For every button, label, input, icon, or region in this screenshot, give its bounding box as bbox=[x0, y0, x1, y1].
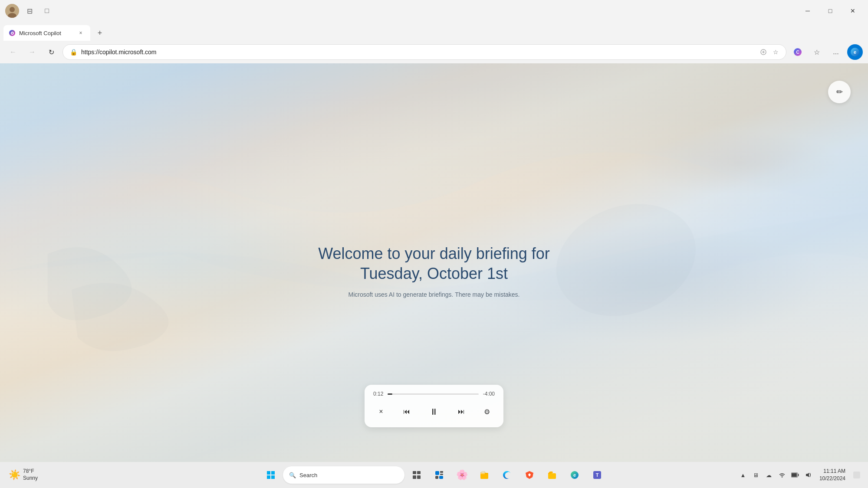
edit-button[interactable]: ✏ bbox=[828, 81, 851, 103]
svg-rect-20 bbox=[440, 474, 443, 475]
svg-rect-32 bbox=[792, 473, 797, 477]
url-input[interactable]: 🔒 https://copilot.microsoft.com ☆ bbox=[62, 44, 786, 60]
svg-rect-11 bbox=[271, 471, 275, 475]
weather-widget[interactable]: ☀️ 78°F Sunny bbox=[5, 466, 41, 483]
svg-rect-33 bbox=[798, 474, 799, 476]
svg-rect-17 bbox=[417, 475, 421, 479]
svg-point-30 bbox=[782, 476, 783, 477]
url-text: https://copilot.microsoft.com bbox=[81, 49, 756, 56]
pencil-icon: ✏ bbox=[836, 87, 843, 97]
progress-track[interactable] bbox=[388, 393, 478, 395]
svg-text:e: e bbox=[573, 472, 576, 478]
address-bar: ← → ↻ 🔒 https://copilot.microsoft.com ☆ bbox=[0, 41, 868, 63]
svg-point-1 bbox=[10, 7, 15, 12]
tab-bar: Microsoft Copilot × + bbox=[0, 22, 868, 41]
weather-temp: 78°F bbox=[23, 468, 38, 475]
remaining-time: -4:00 bbox=[483, 391, 495, 397]
tab-favicon bbox=[9, 29, 16, 36]
back-button[interactable]: ← bbox=[5, 44, 21, 60]
media-player: 0:12 -4:00 × ⏮ ⏸ ⏭ ⚙ bbox=[365, 385, 503, 427]
taskbar-left: ☀️ 78°F Sunny bbox=[5, 466, 41, 483]
taskbar-center: 🔍 Search bbox=[260, 465, 608, 485]
svg-text:T: T bbox=[596, 472, 599, 478]
browser-frame: ⊟ □ ─ □ ✕ bbox=[0, 0, 868, 488]
tab-list-button[interactable]: □ bbox=[40, 4, 54, 18]
start-button[interactable] bbox=[260, 465, 281, 485]
svg-rect-24 bbox=[480, 473, 485, 474]
svg-text:e: e bbox=[854, 49, 856, 55]
app-folder[interactable] bbox=[542, 465, 562, 485]
system-tray: ▲ 🖥 ☁ bbox=[737, 469, 814, 481]
weather-icon: ☀️ bbox=[9, 469, 20, 481]
task-view-button[interactable] bbox=[406, 465, 427, 485]
vertical-tabs-button[interactable]: ⊟ bbox=[23, 4, 36, 18]
taskbar: ☀️ 78°F Sunny 🔍 Search bbox=[0, 462, 868, 488]
svg-rect-21 bbox=[435, 476, 438, 479]
svg-text:C: C bbox=[796, 50, 799, 55]
battery-icon[interactable] bbox=[789, 469, 801, 481]
lock-icon: 🔒 bbox=[69, 48, 78, 56]
app-sakura[interactable]: 🌸 bbox=[451, 465, 472, 485]
svg-rect-12 bbox=[267, 475, 270, 479]
title-bar: ⊟ □ ─ □ ✕ bbox=[0, 0, 868, 22]
svg-point-3 bbox=[12, 33, 13, 34]
app-edge-browser[interactable]: e bbox=[564, 465, 585, 485]
svg-rect-22 bbox=[439, 476, 443, 479]
close-button[interactable]: ✕ bbox=[843, 4, 863, 18]
tab-label: Microsoft Copilot bbox=[19, 30, 73, 36]
webpage-content: ✏ Welcome to your daily briefing for Tue… bbox=[0, 63, 868, 462]
refresh-button[interactable]: ↻ bbox=[43, 44, 59, 60]
svg-rect-18 bbox=[435, 471, 439, 475]
display-icon[interactable]: 🖥 bbox=[750, 469, 762, 481]
search-icon: 🔍 bbox=[289, 472, 296, 478]
edge-copilot-button[interactable]: e bbox=[847, 44, 863, 60]
pause-button[interactable]: ⏸ bbox=[424, 402, 444, 421]
taskbar-right: ▲ 🖥 ☁ bbox=[737, 466, 863, 484]
volume-icon[interactable] bbox=[802, 469, 814, 481]
app-teams[interactable]: T bbox=[587, 465, 608, 485]
search-text: Search bbox=[299, 472, 317, 478]
more-button[interactable]: ... bbox=[828, 44, 844, 60]
player-close-button[interactable]: × bbox=[373, 404, 389, 419]
profile-avatar[interactable] bbox=[5, 4, 19, 18]
skip-back-button[interactable]: ⏮ bbox=[399, 404, 414, 419]
svg-rect-15 bbox=[417, 471, 421, 474]
onedrive-icon[interactable]: ☁ bbox=[763, 469, 775, 481]
app-edge[interactable] bbox=[496, 465, 517, 485]
favorites-button[interactable]: ☆ bbox=[809, 44, 825, 60]
svg-rect-25 bbox=[548, 473, 556, 479]
svg-rect-34 bbox=[853, 472, 860, 478]
weather-condition: Sunny bbox=[23, 475, 38, 482]
window-controls: ─ □ ✕ bbox=[798, 4, 863, 18]
app-file-explorer[interactable] bbox=[474, 465, 495, 485]
svg-rect-14 bbox=[413, 471, 416, 474]
clock-widget[interactable]: 11:11 AM 10/22/2024 bbox=[816, 466, 849, 484]
wifi-icon[interactable] bbox=[776, 469, 788, 481]
minimize-button[interactable]: ─ bbox=[798, 4, 818, 18]
svg-rect-16 bbox=[413, 475, 416, 479]
star-icon: ☆ bbox=[771, 48, 780, 56]
forward-button[interactable]: → bbox=[24, 44, 40, 60]
split-icon bbox=[759, 48, 768, 56]
app-brave[interactable] bbox=[519, 465, 540, 485]
welcome-subtitle: Microsoft uses AI to generate briefings.… bbox=[318, 291, 550, 298]
player-settings-button[interactable]: ⚙ bbox=[479, 404, 495, 419]
notification-button[interactable] bbox=[851, 469, 863, 481]
skip-forward-button[interactable]: ⏭ bbox=[454, 404, 469, 419]
welcome-section: Welcome to your daily briefing for Tuesd… bbox=[318, 244, 550, 298]
progress-row: 0:12 -4:00 bbox=[373, 391, 495, 397]
active-tab[interactable]: Microsoft Copilot × bbox=[3, 25, 90, 41]
clock-time: 11:11 AM bbox=[823, 468, 845, 475]
progress-fill bbox=[388, 393, 392, 395]
tab-close-button[interactable]: × bbox=[76, 29, 85, 37]
welcome-title: Welcome to your daily briefing for Tuesd… bbox=[318, 244, 550, 285]
taskbar-search[interactable]: 🔍 Search bbox=[283, 466, 404, 484]
svg-point-9 bbox=[540, 185, 711, 335]
widgets-button[interactable] bbox=[429, 465, 450, 485]
svg-rect-13 bbox=[271, 475, 275, 479]
svg-rect-19 bbox=[440, 471, 443, 473]
tray-arrow[interactable]: ▲ bbox=[737, 469, 749, 481]
maximize-button[interactable]: □ bbox=[820, 4, 840, 18]
copilot-toolbar-button[interactable]: C bbox=[790, 44, 806, 60]
new-tab-button[interactable]: + bbox=[92, 25, 108, 41]
